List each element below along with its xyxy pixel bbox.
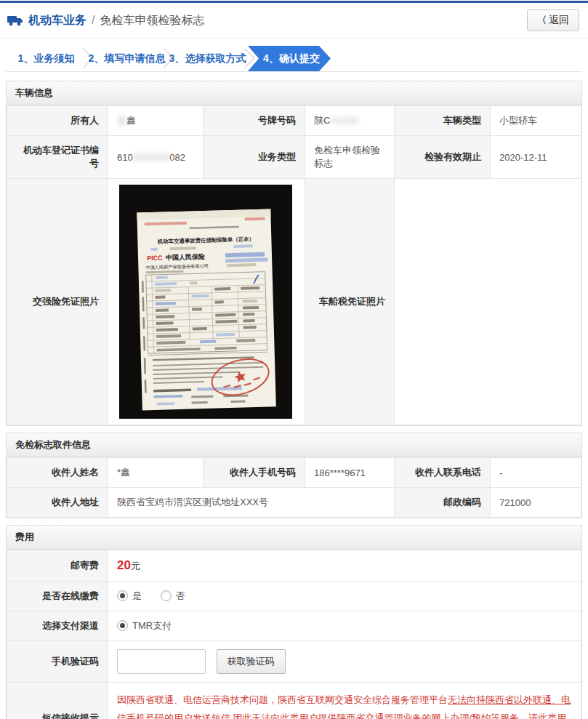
page-subtitle: 免检车申领检验标志 <box>100 13 204 28</box>
step-1-notice[interactable]: 1、业务须知 <box>6 46 86 71</box>
zip-code-value: 721000 <box>491 488 581 518</box>
recipient-address-label: 收件人地址 <box>7 488 108 518</box>
breadcrumb: 机动车业务 / 免检车申领检验标志 <box>7 13 204 28</box>
table-row: 是否在线缴费 是 否 <box>7 582 581 611</box>
step-4-label: 4、确认提交 <box>263 52 320 64</box>
plate-label: 号牌号码 <box>204 106 305 136</box>
fee-table: 邮寄费 20元 是否在线缴费 是 否 选择支付渠道 TMR支付 手机验证码 获取… <box>7 550 581 719</box>
recipient-phone-value: - <box>491 458 581 488</box>
vehicle-type-label: 车辆类型 <box>395 106 491 136</box>
pickup-info-table: 收件人姓名 *鑫 收件人手机号码 186****9671 收件人联系电话 - 收… <box>7 457 581 518</box>
owner-value: 某鑫 <box>108 106 204 136</box>
online-pay-yes-option[interactable]: 是 <box>117 590 142 601</box>
captcha-cell: 获取验证码 <box>108 641 581 683</box>
vehicle-type-value: 小型轿车 <box>491 106 581 136</box>
sms-tip-text: 因陕西省联通、电信运营商技术问题，陕西省互联网交通安全综合服务管理平台无法向持陕… <box>108 683 581 719</box>
step-3-pickup-method[interactable]: 3、选择获取方式 <box>167 46 248 71</box>
radio-no-unchecked-icon[interactable] <box>161 590 172 601</box>
fee-panel: 费用 邮寄费 20元 是否在线缴费 是 否 选择支付渠道 TMR支付 手机验证码 <box>6 525 582 719</box>
back-button-label: 返回 <box>549 14 569 27</box>
sms-tip-part1: 因陕西省联通、电信运营商技术问题，陕西省互联网交通安全综合服务管理平台 <box>117 694 448 705</box>
pay-channel-options: TMR支付 <box>108 611 581 641</box>
truck-icon <box>7 15 23 26</box>
cert-number-value: 6100000000082 <box>108 136 204 179</box>
biz-type-value: 免检车申领检验标志 <box>305 136 395 179</box>
table-row: 收件人姓名 *鑫 收件人手机号码 186****9671 收件人联系电话 - <box>7 458 581 488</box>
online-pay-yes-label: 是 <box>132 590 142 601</box>
online-pay-no-option[interactable]: 否 <box>161 590 185 601</box>
pay-channel-label: 选择支付渠道 <box>7 611 108 641</box>
get-captcha-button[interactable]: 获取验证码 <box>217 649 286 674</box>
table-row: 手机验证码 获取验证码 <box>7 641 581 683</box>
recipient-address-value: 陕西省宝鸡市渭滨区测试地址XXX号 <box>108 488 395 518</box>
table-row: 邮寄费 20元 <box>7 550 581 582</box>
step-1-label: 1、业务须知 <box>18 52 75 64</box>
pay-channel-tmr-option[interactable]: TMR支付 <box>117 620 172 631</box>
picc-logo: PICC <box>147 254 163 262</box>
vehicle-info-panel: 车辆信息 所有人 某鑫 号牌号码 陕CA1234 车辆类型 小型轿车 机动车登记… <box>6 81 582 426</box>
fee-heading: 费用 <box>7 526 581 550</box>
owner-label: 所有人 <box>7 106 108 136</box>
step-2-fill-info[interactable]: 2、填写申请信息 <box>86 46 167 71</box>
postage-unit: 元 <box>131 561 140 571</box>
back-button[interactable]: 〈 返回 <box>527 9 579 31</box>
owner-masked-text: 某 <box>117 115 126 126</box>
vehicle-info-table: 所有人 某鑫 号牌号码 陕CA1234 车辆类型 小型轿车 机动车登记证书编号 … <box>7 105 581 425</box>
sms-tip-label: 短信接收提示 <box>7 683 108 719</box>
captcha-input[interactable] <box>117 649 206 674</box>
recipient-name-label: 收件人姓名 <box>7 458 108 488</box>
table-row: 机动车登记证书编号 6100000000082 业务类型 免检车申领检验标志 检… <box>7 136 581 179</box>
postage-value: 20元 <box>108 550 581 582</box>
breadcrumb-separator: / <box>92 14 94 27</box>
back-chevron-icon: 〈 <box>537 14 547 27</box>
online-pay-label: 是否在线缴费 <box>7 582 108 611</box>
insurance-certificate-photo[interactable]: 机动车交通事故责任强制保险单（正本） PICC 中国人民保险 中国人民财产保险股… <box>119 185 292 419</box>
table-row: 短信接收提示 因陕西省联通、电信运营商技术问题，陕西省互联网交通安全综合服务管理… <box>7 683 581 719</box>
step-4-confirm-submit[interactable]: 4、确认提交 <box>248 46 331 71</box>
postage-amount: 20 <box>117 558 131 572</box>
recipient-phone-label: 收件人联系电话 <box>395 458 491 488</box>
plate-value: 陕CA1234 <box>305 106 395 136</box>
insurance-photo-label: 交强险凭证照片 <box>7 179 108 425</box>
captcha-label: 手机验证码 <box>7 641 108 683</box>
tax-photo-cell <box>395 179 581 425</box>
svg-text:中国人民保险: 中国人民保险 <box>166 253 205 262</box>
page-header: 机动车业务 / 免检车申领检验标志 〈 返回 <box>0 3 588 39</box>
table-row: 所有人 某鑫 号牌号码 陕CA1234 车辆类型 小型轿车 <box>7 106 581 136</box>
recipient-name-value: *鑫 <box>108 458 204 488</box>
table-row: 选择支付渠道 TMR支付 <box>7 611 581 641</box>
pickup-info-panel: 免检标志取件信息 收件人姓名 *鑫 收件人手机号码 186****9671 收件… <box>6 433 582 518</box>
pickup-info-heading: 免检标志取件信息 <box>7 433 581 457</box>
step-3-label: 3、选择获取方式 <box>169 52 246 64</box>
table-row: 收件人地址 陕西省宝鸡市渭滨区测试地址XXX号 邮政编码 721000 <box>7 488 581 518</box>
recipient-mobile-value: 186****9671 <box>305 458 395 488</box>
postage-label: 邮寄费 <box>7 550 108 582</box>
valid-until-value: 2020-12-11 <box>491 136 581 179</box>
online-pay-options: 是 否 <box>108 582 581 611</box>
step-2-label: 2、填写申请信息 <box>89 52 166 64</box>
recipient-mobile-label: 收件人手机号码 <box>204 458 305 488</box>
insurance-photo-cell: 机动车交通事故责任强制保险单（正本） PICC 中国人民保险 中国人民财产保险股… <box>108 179 305 425</box>
page-title: 机动车业务 <box>28 13 86 28</box>
online-pay-no-label: 否 <box>176 590 185 601</box>
biz-type-label: 业务类型 <box>204 136 305 179</box>
cert-masked-text: 0000000 <box>133 152 170 163</box>
zip-code-label: 邮政编码 <box>395 488 491 518</box>
table-row: 交强险凭证照片 机动车交通事故责任强制保险单（正本） <box>7 179 581 425</box>
steps-bar: 1、业务须知 2、填写申请信息 3、选择获取方式 4、确认提交 <box>6 46 582 72</box>
vehicle-info-heading: 车辆信息 <box>7 81 581 105</box>
radio-yes-checked-icon[interactable] <box>117 590 128 601</box>
pay-channel-tmr-label: TMR支付 <box>132 620 172 631</box>
valid-until-label: 检验有效期止 <box>395 136 491 179</box>
plate-masked-text: A1234 <box>330 115 358 126</box>
cert-number-label: 机动车登记证书编号 <box>7 136 108 179</box>
tax-photo-label: 车船税凭证照片 <box>305 179 395 425</box>
radio-tmr-checked-icon[interactable] <box>117 620 128 631</box>
